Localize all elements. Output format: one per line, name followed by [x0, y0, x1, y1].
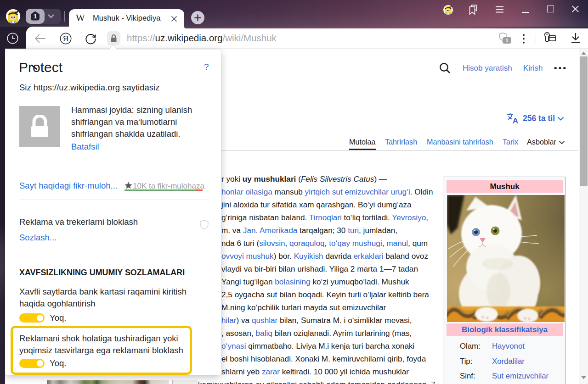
- svg-text:1: 1: [34, 13, 37, 20]
- svg-text:1: 1: [505, 38, 509, 43]
- svg-text:A: A: [513, 117, 518, 124]
- svg-text:Я: Я: [63, 34, 68, 43]
